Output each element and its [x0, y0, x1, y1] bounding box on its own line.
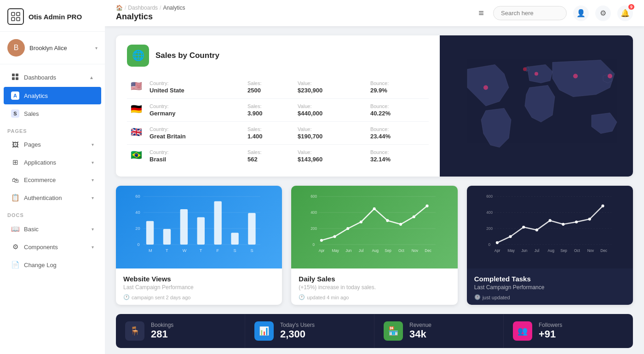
world-map-section	[440, 35, 633, 177]
authentication-nav-label: Authentication	[24, 194, 87, 201]
breadcrumb-dashboards[interactable]: Dashboards	[128, 5, 158, 11]
svg-text:600: 600	[486, 194, 493, 199]
pages-chevron: ▾	[92, 142, 94, 147]
applications-chevron: ▾	[92, 160, 94, 165]
completed-tasks-card: 600 400 200 0	[467, 186, 633, 305]
svg-text:Aug: Aug	[372, 249, 379, 253]
user-area[interactable]: B Brooklyn Alice ▾	[0, 32, 105, 64]
svg-text:Dec: Dec	[425, 249, 432, 253]
user-profile-button[interactable]: 👤	[573, 6, 589, 21]
sidebar-item-pages[interactable]: 🖼 Pages ▾	[4, 136, 101, 153]
svg-point-9	[535, 72, 538, 76]
svg-text:0: 0	[137, 242, 139, 247]
daily-sales-info: Daily Sales (+15%) increase in today sal…	[291, 268, 457, 305]
sidebar-item-authentication[interactable]: 📋 Authentication ▾	[4, 189, 101, 206]
basic-icon: 📖	[11, 225, 19, 233]
clock-icon-3: 🕐	[474, 294, 481, 300]
svg-rect-23	[180, 209, 188, 245]
followers-info: Followers +91	[539, 322, 623, 340]
svg-rect-26	[231, 233, 238, 245]
pages-nav-label: Pages	[24, 141, 87, 148]
search-input[interactable]	[493, 6, 567, 20]
svg-rect-2	[12, 17, 15, 21]
header-left: 🏠 / Dashboards / Analytics Analytics	[116, 5, 469, 22]
completed-tasks-chart: 600 400 200 0	[467, 186, 633, 268]
svg-rect-0	[12, 12, 15, 16]
svg-text:T: T	[166, 248, 168, 253]
user-name: Brooklyn Alice	[29, 45, 91, 51]
svg-text:May: May	[507, 249, 515, 253]
sidebar-item-applications[interactable]: ⊞ Applications ▾	[4, 154, 101, 171]
svg-text:40: 40	[135, 210, 140, 215]
stats-row: 🪑 Bookings 281 📊 Today's Users 2,300 🏪 R…	[116, 314, 633, 348]
content-area: 🌐 Sales by Country 🇺🇸 Country: United St…	[105, 26, 644, 354]
sidebar-item-ecommerce[interactable]: 🛍 Ecommerce ▾	[4, 171, 101, 188]
components-icon: ⚙	[11, 243, 19, 251]
svg-text:Sep: Sep	[385, 249, 392, 253]
avatar: B	[7, 39, 25, 57]
svg-text:May: May	[332, 249, 339, 253]
stat-bookings: 🪑 Bookings 281	[116, 314, 245, 348]
components-chevron: ▾	[92, 245, 94, 250]
svg-point-10	[573, 74, 578, 79]
stat-followers: 👥 Followers +91	[504, 314, 633, 348]
svg-point-44	[334, 235, 336, 238]
revenue-label: Revenue	[409, 322, 494, 328]
ecommerce-nav-label: Ecommerce	[24, 177, 87, 183]
sidebar-item-dashboards[interactable]: Dashboards ▲	[4, 69, 101, 86]
sidebar-item-components[interactable]: ⚙ Components ▾	[4, 238, 101, 256]
users-label: Today's Users	[280, 322, 365, 328]
completed-tasks-subtitle: Last Campaign Performance	[474, 284, 626, 291]
website-views-chart: 60 40 20 0	[116, 186, 282, 268]
sidebar-item-analytics[interactable]: A Analytics	[4, 87, 101, 104]
followers-icon: 👥	[513, 321, 532, 341]
svg-point-47	[373, 207, 376, 210]
notifications-button[interactable]: 🔔 9	[617, 6, 633, 21]
hamburger-icon[interactable]: ≡	[475, 6, 488, 20]
svg-text:M: M	[149, 248, 152, 253]
svg-point-77	[601, 205, 604, 207]
svg-text:400: 400	[486, 211, 493, 215]
applications-icon: ⊞	[11, 158, 19, 166]
ecommerce-chevron: ▾	[92, 177, 94, 183]
dashboards-chevron: ▲	[89, 75, 94, 80]
completed-tasks-info: Completed Tasks Last Campaign Performanc…	[467, 268, 633, 305]
svg-text:0: 0	[313, 243, 315, 247]
sidebar-item-sales[interactable]: S Sales	[4, 105, 101, 122]
sidebar-item-changelog[interactable]: 📄 Change Log	[4, 256, 101, 274]
bookings-label: Bookings	[151, 322, 236, 328]
chart-row: 60 40 20 0	[116, 186, 633, 305]
svg-text:Jun: Jun	[521, 249, 528, 253]
sidebar-item-basic[interactable]: 📖 Basic ▾	[4, 220, 101, 238]
daily-sales-chart: 600 400 200 0	[291, 186, 457, 268]
svg-point-73	[548, 219, 551, 222]
svg-point-48	[386, 219, 389, 222]
svg-text:F: F	[217, 248, 219, 253]
svg-point-71	[522, 226, 525, 228]
svg-point-50	[413, 215, 415, 218]
breadcrumb-analytics: Analytics	[163, 5, 185, 11]
users-info: Today's Users 2,300	[280, 322, 365, 340]
logo-title: Otis Admin PRO	[29, 13, 82, 21]
sales-nav-badge: S	[11, 109, 19, 118]
pages-section-label: PAGES	[0, 123, 105, 136]
svg-rect-3	[17, 17, 20, 21]
stat-users: 📊 Today's Users 2,300	[245, 314, 374, 348]
page-title: Analytics	[116, 12, 469, 22]
applications-nav-label: Applications	[24, 159, 87, 166]
svg-rect-5	[16, 74, 18, 76]
svg-rect-1	[17, 12, 20, 16]
daily-sales-title: Daily Sales	[299, 275, 450, 283]
svg-rect-22	[163, 229, 171, 245]
ecommerce-icon: 🛍	[11, 176, 19, 184]
svg-text:600: 600	[311, 194, 317, 199]
pages-icon: 🖼	[11, 141, 19, 148]
table-row: 🇺🇸 Country: United State Sales: 2500 Val…	[127, 76, 429, 99]
svg-point-74	[562, 223, 564, 226]
website-views-subtitle: Last Campaign Performance	[123, 284, 275, 291]
authentication-chevron: ▾	[92, 195, 94, 200]
settings-button[interactable]: ⚙	[595, 6, 611, 21]
svg-point-11	[608, 74, 612, 79]
home-icon: 🏠	[116, 5, 123, 11]
svg-point-49	[399, 223, 402, 226]
